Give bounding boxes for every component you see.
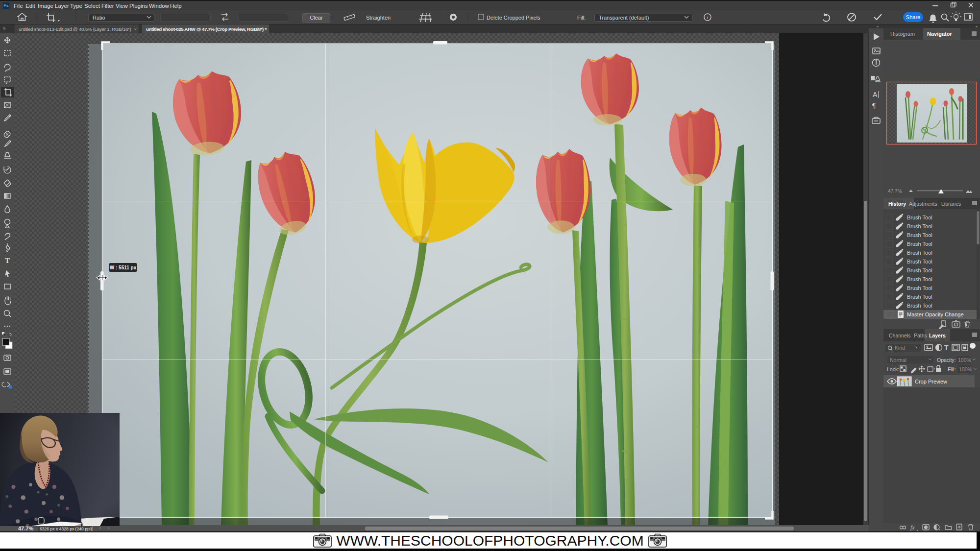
svg-text:Crop Preview: Crop Preview — [915, 379, 947, 384]
svg-text:Master Opacity Change: Master Opacity Change — [907, 311, 964, 317]
svg-text:Brush Tool: Brush Tool — [907, 232, 932, 238]
svg-text:Brush Tool: Brush Tool — [907, 259, 932, 264]
svg-text:100%: 100% — [958, 357, 971, 363]
svg-text:Brush Tool: Brush Tool — [907, 294, 932, 300]
svg-text:100%: 100% — [959, 366, 972, 372]
svg-text:Opacity:: Opacity: — [937, 357, 956, 363]
svg-text:W : 5511 px: W : 5511 px — [110, 265, 137, 270]
svg-text:Brush Tool: Brush Tool — [907, 276, 932, 282]
svg-text:Fill:: Fill: — [948, 366, 956, 372]
svg-text:Channels: Channels — [889, 333, 910, 338]
svg-text:History: History — [888, 201, 906, 207]
svg-text:¶: ¶ — [872, 102, 876, 110]
svg-text:Histogram: Histogram — [890, 31, 915, 37]
svg-text:Brush Tool: Brush Tool — [907, 250, 932, 256]
svg-text:Kind: Kind — [895, 345, 905, 351]
svg-text:A: A — [873, 91, 878, 98]
svg-text:Brush Tool: Brush Tool — [907, 223, 932, 229]
svg-text:Brush Tool: Brush Tool — [907, 267, 932, 273]
svg-text:47.7%: 47.7% — [888, 189, 902, 194]
svg-text:Paths: Paths — [914, 333, 927, 338]
svg-text:Brush Tool: Brush Tool — [907, 241, 932, 247]
svg-text:Brush Tool: Brush Tool — [907, 215, 932, 220]
svg-text:«: « — [877, 24, 879, 29]
svg-text:Brush Tool: Brush Tool — [907, 285, 932, 291]
svg-text:Lock:: Lock: — [887, 366, 899, 372]
svg-text:Navigator: Navigator — [927, 31, 952, 37]
svg-text:T: T — [944, 344, 949, 352]
svg-text:fx: fx — [910, 524, 915, 531]
svg-text:Adjustments: Adjustments — [909, 201, 937, 207]
svg-text:Normal: Normal — [890, 357, 906, 363]
svg-text:Libraries: Libraries — [941, 201, 961, 207]
svg-text:Brush Tool: Brush Tool — [907, 303, 932, 309]
svg-text:Layers: Layers — [929, 333, 946, 338]
